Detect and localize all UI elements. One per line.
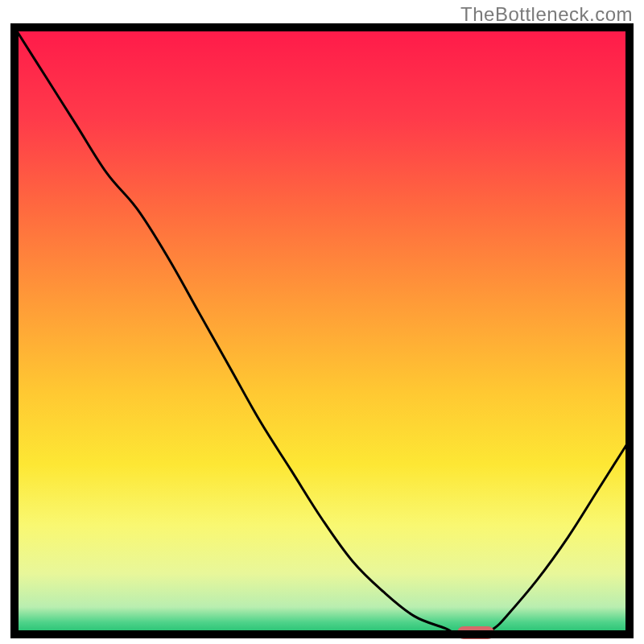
watermark-text: TheBottleneck.com <box>460 3 633 26</box>
bottleneck-chart: TheBottleneck.com <box>0 0 644 644</box>
chart-canvas <box>0 0 644 644</box>
gradient-background <box>14 27 630 634</box>
